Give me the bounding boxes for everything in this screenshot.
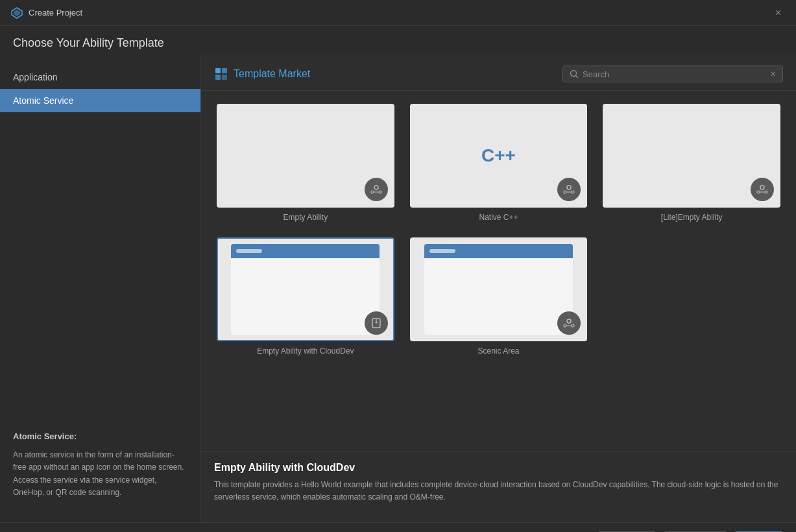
title-bar-left: Create Project (10, 6, 82, 19)
template-card-native-cpp[interactable]: C++ Native C++ (407, 101, 590, 224)
window-title: Create Project (29, 8, 82, 18)
phone-header-bar (236, 249, 262, 253)
svg-rect-4 (215, 75, 221, 80)
card-badge-scenic (557, 311, 581, 335)
card-label-lite-empty-ability: [Lite]Empty Ability (661, 213, 723, 222)
svg-point-12 (567, 186, 571, 189)
template-card-scenic-area[interactable]: Scenic Area (407, 235, 590, 358)
svg-line-7 (576, 76, 579, 79)
card-badge-empty-ability (365, 178, 388, 201)
card-badge-native-cpp (557, 178, 581, 201)
template-market-heading: Template Market (214, 67, 310, 81)
card-image-clouddev (217, 237, 394, 341)
sidebar-item-atomic-service[interactable]: Atomic Service (0, 89, 200, 112)
search-input[interactable] (583, 69, 767, 79)
sidebar: Application Atomic Service Atomic Servic… (0, 55, 201, 522)
svg-point-9 (371, 191, 374, 193)
close-button[interactable]: × (775, 8, 786, 18)
svg-point-18 (765, 191, 767, 193)
sidebar-description-text: An atomic service in the form of an inst… (13, 449, 187, 499)
market-icon (214, 67, 228, 81)
svg-point-24 (564, 324, 566, 327)
svg-point-17 (757, 191, 760, 193)
phone-header-clouddev (231, 244, 380, 258)
templates-grid: Empty Ability C++ Native C++ (201, 91, 796, 451)
selected-template-description: Empty Ability with CloudDev This templat… (201, 451, 796, 522)
phone-mockup-clouddev (231, 244, 380, 335)
card-image-native-cpp: C++ (410, 104, 588, 208)
card-label-empty-ability: Empty Ability (283, 213, 328, 222)
svg-point-16 (760, 186, 764, 189)
card-label-scenic-area: Scenic Area (477, 346, 519, 356)
template-card-empty-ability[interactable]: Empty Ability (214, 101, 397, 224)
svg-rect-2 (215, 68, 221, 73)
phone-header-bar-scenic (429, 249, 455, 253)
sidebar-description-title: Atomic Service: (13, 430, 187, 444)
svg-point-10 (379, 191, 381, 193)
svg-rect-3 (222, 68, 227, 73)
svg-marker-1 (14, 10, 20, 16)
svg-point-22 (375, 322, 377, 324)
content-area: Template Market × Empty Abilit (201, 55, 796, 522)
app-logo-icon (10, 6, 23, 19)
phone-header-scenic (424, 244, 573, 258)
main-layout: Application Atomic Service Atomic Servic… (0, 55, 796, 522)
card-image-scenic-area (410, 237, 588, 341)
svg-rect-5 (222, 75, 227, 80)
template-market-label: Template Market (234, 68, 310, 80)
title-bar: Create Project × (0, 0, 796, 26)
search-clear-icon[interactable]: × (771, 69, 776, 79)
sidebar-item-application[interactable]: Application (0, 66, 200, 89)
phone-body-clouddev (231, 258, 380, 335)
page-heading: Choose Your Ability Template (0, 26, 796, 55)
card-image-lite-empty-ability (603, 104, 780, 208)
content-header: Template Market × (201, 55, 796, 91)
template-card-lite-empty-ability[interactable]: [Lite]Empty Ability (600, 101, 783, 224)
cpp-icon: C++ (481, 145, 516, 166)
sidebar-description: Atomic Service: An atomic service in the… (0, 417, 200, 512)
card-badge-lite-empty-ability (751, 178, 774, 201)
phone-mockup-scenic (424, 244, 573, 335)
svg-point-14 (572, 191, 574, 193)
card-image-empty-ability (217, 104, 394, 208)
selected-template-title: Empty Ability with CloudDev (214, 462, 783, 474)
svg-point-13 (564, 191, 566, 193)
search-box[interactable]: × (562, 66, 783, 82)
svg-point-25 (572, 324, 574, 327)
svg-point-8 (374, 186, 378, 189)
svg-point-6 (571, 71, 577, 77)
bottom-bar: ? Cancel Previous Next (0, 522, 796, 532)
template-card-empty-ability-clouddev[interactable]: Empty Ability with CloudDev (214, 235, 397, 358)
svg-point-23 (567, 319, 571, 323)
phone-body-scenic (424, 258, 573, 335)
selected-template-text: This template provides a Hello World exa… (214, 479, 783, 503)
card-label-clouddev: Empty Ability with CloudDev (257, 346, 354, 356)
card-label-native-cpp: Native C++ (479, 213, 518, 222)
page-title: Choose Your Ability Template (13, 36, 783, 50)
card-badge-clouddev (365, 311, 388, 335)
search-icon (570, 69, 579, 79)
